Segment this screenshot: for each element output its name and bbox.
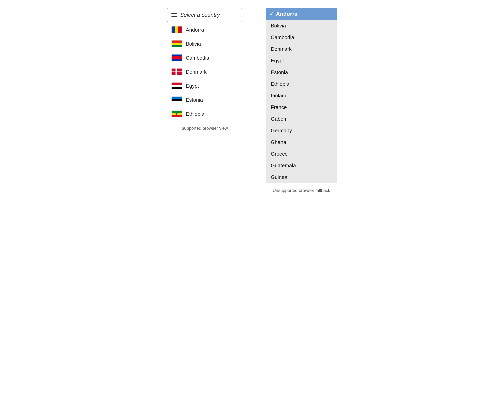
list-item[interactable]: Cambodia — [266, 32, 337, 43]
country-name: Denmark — [186, 69, 207, 75]
list-item[interactable]: Bolivia — [266, 20, 337, 32]
flag-icon — [172, 26, 182, 33]
flag-icon — [172, 41, 182, 47]
country-name: Andorra — [186, 27, 204, 33]
right-caption: Unsupported browser fallback — [273, 188, 330, 193]
hamburger-line-2 — [171, 15, 177, 15]
list-item[interactable]: Estonia — [266, 67, 337, 78]
hamburger-line-3 — [171, 16, 177, 17]
list-item[interactable]: Ethiopia — [167, 107, 242, 121]
custom-dropdown[interactable]: AndorraBoliviaCambodiaDenmarkEgyptEstoni… — [167, 23, 242, 121]
list-item[interactable]: Ethiopia — [266, 78, 337, 90]
trigger-label: Select a country — [180, 12, 220, 18]
hamburger-icon — [171, 13, 177, 17]
list-item[interactable]: Ghana — [266, 136, 337, 148]
country-name: Estonia — [186, 97, 203, 103]
list-item[interactable]: Egypt — [167, 79, 242, 93]
list-item[interactable]: Guinea — [266, 171, 337, 183]
country-name: Ethiopia — [186, 111, 204, 117]
country-name: Egypt — [186, 83, 199, 89]
list-item[interactable]: Gabon — [266, 113, 337, 125]
selected-country-label: Andorra — [276, 11, 297, 17]
native-select-header: ✓ Andorra — [266, 8, 337, 20]
list-item[interactable]: Estonia — [167, 93, 242, 107]
custom-select-trigger[interactable]: Select a country — [167, 8, 242, 22]
list-item[interactable]: Finland — [266, 90, 337, 101]
list-item[interactable]: Egypt — [266, 55, 337, 67]
list-item[interactable]: Cambodia — [167, 51, 242, 65]
left-caption: Supported browser view — [181, 126, 228, 131]
list-item[interactable]: Germany — [266, 125, 337, 136]
right-panel: ✓ Andorra BoliviaCambodiaDenmarkEgyptEst… — [266, 8, 337, 193]
list-item[interactable]: Greece — [266, 148, 337, 160]
country-name: Cambodia — [186, 55, 209, 61]
list-item[interactable]: Bolivia — [167, 37, 242, 51]
left-panel: Select a country AndorraBoliviaCambodiaD… — [167, 8, 242, 131]
flag-icon — [172, 82, 182, 89]
native-select-list[interactable]: BoliviaCambodiaDenmarkEgyptEstoniaEthiop… — [266, 20, 337, 183]
country-name: Bolivia — [186, 41, 201, 47]
flag-icon — [172, 69, 182, 75]
checkmark-icon: ✓ — [270, 11, 274, 17]
list-item[interactable]: Denmark — [167, 65, 242, 79]
list-item[interactable]: Denmark — [266, 43, 337, 55]
list-item[interactable]: France — [266, 101, 337, 113]
list-item[interactable]: Guatemala — [266, 160, 337, 171]
flag-icon — [172, 97, 182, 103]
flag-icon — [172, 111, 182, 117]
page-wrapper: Select a country AndorraBoliviaCambodiaD… — [167, 8, 337, 193]
custom-select-container: Select a country AndorraBoliviaCambodiaD… — [167, 8, 242, 121]
hamburger-line-1 — [171, 13, 177, 14]
native-select-wrapper: ✓ Andorra BoliviaCambodiaDenmarkEgyptEst… — [266, 8, 337, 183]
flag-icon — [172, 54, 182, 61]
list-item[interactable]: Andorra — [167, 23, 242, 37]
